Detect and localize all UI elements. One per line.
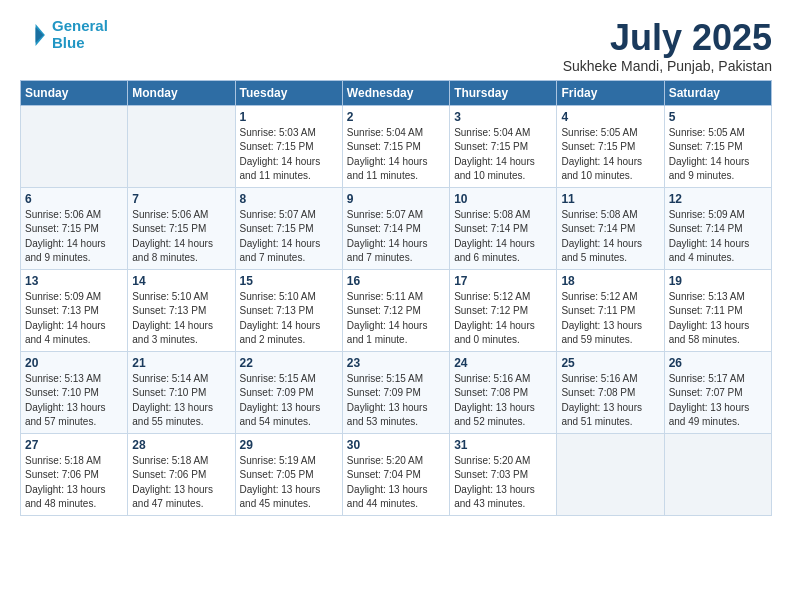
day-number: 26 xyxy=(669,356,767,370)
day-info: Sunrise: 5:07 AM Sunset: 7:15 PM Dayligh… xyxy=(240,208,338,266)
calendar-subtitle: Sukheke Mandi, Punjab, Pakistan xyxy=(563,58,772,74)
calendar-week-1: 1Sunrise: 5:03 AM Sunset: 7:15 PM Daylig… xyxy=(21,105,772,187)
calendar-cell: 7Sunrise: 5:06 AM Sunset: 7:15 PM Daylig… xyxy=(128,187,235,269)
calendar-cell: 2Sunrise: 5:04 AM Sunset: 7:15 PM Daylig… xyxy=(342,105,449,187)
page: General Blue July 2025 Sukheke Mandi, Pu… xyxy=(0,0,792,612)
day-number: 14 xyxy=(132,274,230,288)
day-info: Sunrise: 5:19 AM Sunset: 7:05 PM Dayligh… xyxy=(240,454,338,512)
col-saturday: Saturday xyxy=(664,80,771,105)
col-sunday: Sunday xyxy=(21,80,128,105)
day-number: 7 xyxy=(132,192,230,206)
calendar-cell: 12Sunrise: 5:09 AM Sunset: 7:14 PM Dayli… xyxy=(664,187,771,269)
day-info: Sunrise: 5:12 AM Sunset: 7:12 PM Dayligh… xyxy=(454,290,552,348)
day-info: Sunrise: 5:04 AM Sunset: 7:15 PM Dayligh… xyxy=(347,126,445,184)
day-number: 30 xyxy=(347,438,445,452)
day-number: 11 xyxy=(561,192,659,206)
day-info: Sunrise: 5:03 AM Sunset: 7:15 PM Dayligh… xyxy=(240,126,338,184)
calendar-title: July 2025 xyxy=(563,18,772,58)
day-info: Sunrise: 5:20 AM Sunset: 7:04 PM Dayligh… xyxy=(347,454,445,512)
col-wednesday: Wednesday xyxy=(342,80,449,105)
day-number: 23 xyxy=(347,356,445,370)
calendar-cell: 5Sunrise: 5:05 AM Sunset: 7:15 PM Daylig… xyxy=(664,105,771,187)
calendar-cell: 22Sunrise: 5:15 AM Sunset: 7:09 PM Dayli… xyxy=(235,351,342,433)
day-info: Sunrise: 5:15 AM Sunset: 7:09 PM Dayligh… xyxy=(240,372,338,430)
calendar-cell: 29Sunrise: 5:19 AM Sunset: 7:05 PM Dayli… xyxy=(235,433,342,515)
day-number: 3 xyxy=(454,110,552,124)
calendar-cell: 14Sunrise: 5:10 AM Sunset: 7:13 PM Dayli… xyxy=(128,269,235,351)
logo-line1: General xyxy=(52,17,108,34)
calendar-cell: 21Sunrise: 5:14 AM Sunset: 7:10 PM Dayli… xyxy=(128,351,235,433)
calendar-cell: 9Sunrise: 5:07 AM Sunset: 7:14 PM Daylig… xyxy=(342,187,449,269)
calendar-table: Sunday Monday Tuesday Wednesday Thursday… xyxy=(20,80,772,516)
calendar-cell: 3Sunrise: 5:04 AM Sunset: 7:15 PM Daylig… xyxy=(450,105,557,187)
col-tuesday: Tuesday xyxy=(235,80,342,105)
day-number: 15 xyxy=(240,274,338,288)
day-info: Sunrise: 5:16 AM Sunset: 7:08 PM Dayligh… xyxy=(561,372,659,430)
calendar-header-row: Sunday Monday Tuesday Wednesday Thursday… xyxy=(21,80,772,105)
day-number: 25 xyxy=(561,356,659,370)
day-info: Sunrise: 5:05 AM Sunset: 7:15 PM Dayligh… xyxy=(561,126,659,184)
day-info: Sunrise: 5:05 AM Sunset: 7:15 PM Dayligh… xyxy=(669,126,767,184)
calendar-cell: 16Sunrise: 5:11 AM Sunset: 7:12 PM Dayli… xyxy=(342,269,449,351)
calendar-week-5: 27Sunrise: 5:18 AM Sunset: 7:06 PM Dayli… xyxy=(21,433,772,515)
day-info: Sunrise: 5:15 AM Sunset: 7:09 PM Dayligh… xyxy=(347,372,445,430)
calendar-cell: 26Sunrise: 5:17 AM Sunset: 7:07 PM Dayli… xyxy=(664,351,771,433)
day-info: Sunrise: 5:10 AM Sunset: 7:13 PM Dayligh… xyxy=(132,290,230,348)
day-info: Sunrise: 5:04 AM Sunset: 7:15 PM Dayligh… xyxy=(454,126,552,184)
calendar-cell: 11Sunrise: 5:08 AM Sunset: 7:14 PM Dayli… xyxy=(557,187,664,269)
calendar-cell: 23Sunrise: 5:15 AM Sunset: 7:09 PM Dayli… xyxy=(342,351,449,433)
calendar-week-2: 6Sunrise: 5:06 AM Sunset: 7:15 PM Daylig… xyxy=(21,187,772,269)
day-info: Sunrise: 5:08 AM Sunset: 7:14 PM Dayligh… xyxy=(454,208,552,266)
calendar-cell xyxy=(128,105,235,187)
day-info: Sunrise: 5:07 AM Sunset: 7:14 PM Dayligh… xyxy=(347,208,445,266)
day-info: Sunrise: 5:13 AM Sunset: 7:10 PM Dayligh… xyxy=(25,372,123,430)
day-number: 12 xyxy=(669,192,767,206)
day-info: Sunrise: 5:12 AM Sunset: 7:11 PM Dayligh… xyxy=(561,290,659,348)
day-info: Sunrise: 5:13 AM Sunset: 7:11 PM Dayligh… xyxy=(669,290,767,348)
day-info: Sunrise: 5:11 AM Sunset: 7:12 PM Dayligh… xyxy=(347,290,445,348)
day-info: Sunrise: 5:17 AM Sunset: 7:07 PM Dayligh… xyxy=(669,372,767,430)
calendar-cell: 6Sunrise: 5:06 AM Sunset: 7:15 PM Daylig… xyxy=(21,187,128,269)
col-thursday: Thursday xyxy=(450,80,557,105)
day-info: Sunrise: 5:18 AM Sunset: 7:06 PM Dayligh… xyxy=(132,454,230,512)
day-info: Sunrise: 5:06 AM Sunset: 7:15 PM Dayligh… xyxy=(132,208,230,266)
day-info: Sunrise: 5:20 AM Sunset: 7:03 PM Dayligh… xyxy=(454,454,552,512)
day-number: 5 xyxy=(669,110,767,124)
calendar-cell: 13Sunrise: 5:09 AM Sunset: 7:13 PM Dayli… xyxy=(21,269,128,351)
day-number: 22 xyxy=(240,356,338,370)
col-monday: Monday xyxy=(128,80,235,105)
calendar-cell: 17Sunrise: 5:12 AM Sunset: 7:12 PM Dayli… xyxy=(450,269,557,351)
day-info: Sunrise: 5:08 AM Sunset: 7:14 PM Dayligh… xyxy=(561,208,659,266)
calendar-cell: 27Sunrise: 5:18 AM Sunset: 7:06 PM Dayli… xyxy=(21,433,128,515)
day-number: 27 xyxy=(25,438,123,452)
day-info: Sunrise: 5:09 AM Sunset: 7:13 PM Dayligh… xyxy=(25,290,123,348)
day-number: 4 xyxy=(561,110,659,124)
calendar-cell: 15Sunrise: 5:10 AM Sunset: 7:13 PM Dayli… xyxy=(235,269,342,351)
calendar-cell xyxy=(21,105,128,187)
day-number: 20 xyxy=(25,356,123,370)
calendar-cell: 18Sunrise: 5:12 AM Sunset: 7:11 PM Dayli… xyxy=(557,269,664,351)
calendar-week-4: 20Sunrise: 5:13 AM Sunset: 7:10 PM Dayli… xyxy=(21,351,772,433)
day-number: 21 xyxy=(132,356,230,370)
title-block: July 2025 Sukheke Mandi, Punjab, Pakista… xyxy=(563,18,772,74)
calendar-cell: 19Sunrise: 5:13 AM Sunset: 7:11 PM Dayli… xyxy=(664,269,771,351)
day-info: Sunrise: 5:14 AM Sunset: 7:10 PM Dayligh… xyxy=(132,372,230,430)
day-number: 10 xyxy=(454,192,552,206)
calendar-cell: 1Sunrise: 5:03 AM Sunset: 7:15 PM Daylig… xyxy=(235,105,342,187)
calendar-cell: 24Sunrise: 5:16 AM Sunset: 7:08 PM Dayli… xyxy=(450,351,557,433)
calendar-cell xyxy=(664,433,771,515)
day-info: Sunrise: 5:16 AM Sunset: 7:08 PM Dayligh… xyxy=(454,372,552,430)
day-number: 29 xyxy=(240,438,338,452)
calendar-cell: 31Sunrise: 5:20 AM Sunset: 7:03 PM Dayli… xyxy=(450,433,557,515)
day-info: Sunrise: 5:10 AM Sunset: 7:13 PM Dayligh… xyxy=(240,290,338,348)
day-info: Sunrise: 5:18 AM Sunset: 7:06 PM Dayligh… xyxy=(25,454,123,512)
calendar-cell: 4Sunrise: 5:05 AM Sunset: 7:15 PM Daylig… xyxy=(557,105,664,187)
day-number: 16 xyxy=(347,274,445,288)
day-number: 18 xyxy=(561,274,659,288)
day-number: 2 xyxy=(347,110,445,124)
day-number: 6 xyxy=(25,192,123,206)
calendar-cell: 10Sunrise: 5:08 AM Sunset: 7:14 PM Dayli… xyxy=(450,187,557,269)
header: General Blue July 2025 Sukheke Mandi, Pu… xyxy=(20,18,772,74)
day-number: 24 xyxy=(454,356,552,370)
calendar-week-3: 13Sunrise: 5:09 AM Sunset: 7:13 PM Dayli… xyxy=(21,269,772,351)
